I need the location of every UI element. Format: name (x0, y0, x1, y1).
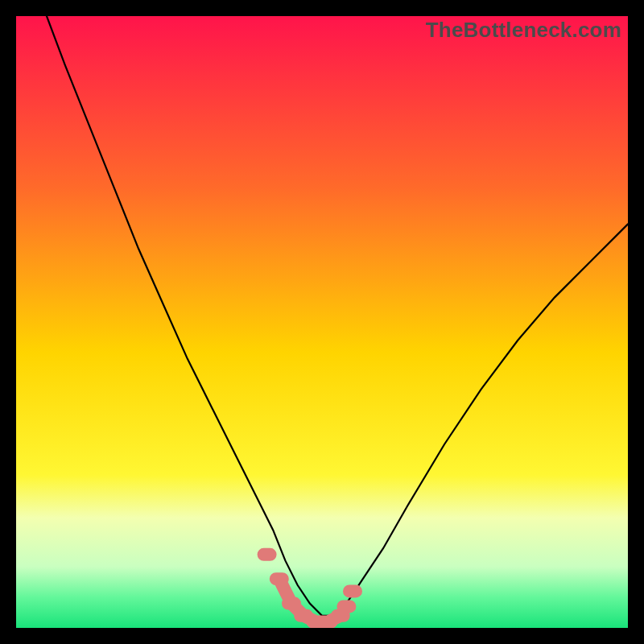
watermark-text: TheBottleneck.com (426, 18, 621, 43)
chart-svg (16, 16, 628, 628)
gradient-background (16, 16, 628, 628)
chart-container: TheBottleneck.com (0, 0, 644, 644)
